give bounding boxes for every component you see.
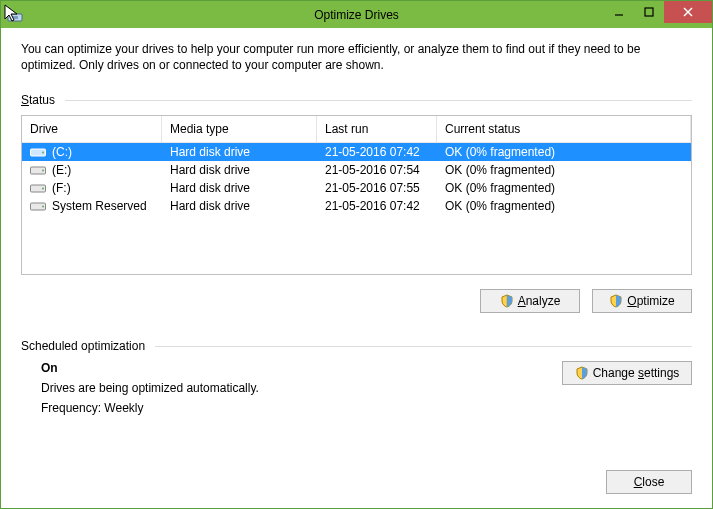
col-header-last[interactable]: Last run: [317, 116, 437, 142]
drive-name: (F:): [52, 181, 71, 195]
svg-point-7: [42, 152, 44, 154]
close-dialog-button[interactable]: Close: [606, 470, 692, 494]
schedule-state: On: [41, 361, 259, 375]
divider: [155, 346, 692, 347]
optimize-button[interactable]: Optimize: [592, 289, 692, 313]
app-icon: [7, 7, 23, 23]
col-header-status[interactable]: Current status: [437, 116, 691, 142]
drive-lastrun: 21-05-2016 07:55: [317, 179, 437, 197]
svg-point-11: [42, 188, 44, 190]
col-header-drive[interactable]: Drive: [22, 116, 162, 142]
drive-name: (C:): [52, 145, 72, 159]
svg-point-13: [42, 206, 44, 208]
intro-text: You can optimize your drives to help you…: [21, 42, 692, 73]
drive-icon: [30, 182, 46, 194]
drive-row[interactable]: (F:)Hard disk drive21-05-2016 07:55OK (0…: [22, 179, 691, 197]
drive-status: OK (0% fragmented): [437, 197, 691, 215]
drive-media: Hard disk drive: [162, 143, 317, 161]
drive-list[interactable]: Drive Media type Last run Current status…: [21, 115, 692, 275]
window-title: Optimize Drives: [314, 8, 399, 22]
scheduled-label: Scheduled optimization: [21, 339, 692, 353]
minimize-button[interactable]: [604, 1, 634, 23]
drive-row[interactable]: (E:)Hard disk drive21-05-2016 07:54OK (0…: [22, 161, 691, 179]
shield-icon: [500, 294, 514, 308]
schedule-desc: Drives are being optimized automatically…: [41, 381, 259, 395]
drive-row[interactable]: (C:)Hard disk drive21-05-2016 07:42OK (0…: [22, 143, 691, 161]
content-area: You can optimize your drives to help you…: [1, 28, 712, 508]
drive-row[interactable]: System ReservedHard disk drive21-05-2016…: [22, 197, 691, 215]
shield-icon: [575, 366, 589, 380]
action-buttons: Analyze Optimize: [21, 289, 692, 313]
status-section-label: Status: [21, 93, 692, 107]
divider: [65, 100, 692, 101]
drive-status: OK (0% fragmented): [437, 161, 691, 179]
col-header-media[interactable]: Media type: [162, 116, 317, 142]
scheduled-section: Scheduled optimization On Drives are bei…: [21, 339, 692, 421]
svg-point-9: [42, 170, 44, 172]
maximize-button[interactable]: [634, 1, 664, 23]
drive-lastrun: 21-05-2016 07:42: [317, 143, 437, 161]
footer: Close: [21, 450, 692, 494]
svg-rect-1: [12, 16, 18, 19]
drive-icon: [30, 200, 46, 212]
drive-rows: (C:)Hard disk drive21-05-2016 07:42OK (0…: [22, 143, 691, 215]
drive-icon: [30, 164, 46, 176]
svg-rect-3: [645, 8, 653, 16]
drive-status: OK (0% fragmented): [437, 143, 691, 161]
drive-media: Hard disk drive: [162, 179, 317, 197]
change-settings-button[interactable]: Change settings: [562, 361, 692, 385]
drive-status: OK (0% fragmented): [437, 179, 691, 197]
drive-lastrun: 21-05-2016 07:42: [317, 197, 437, 215]
optimize-drives-window: Optimize Drives You can optimize your dr…: [0, 0, 713, 509]
drive-name: System Reserved: [52, 199, 147, 213]
drive-media: Hard disk drive: [162, 161, 317, 179]
close-button[interactable]: [664, 1, 712, 23]
analyze-button[interactable]: Analyze: [480, 289, 580, 313]
window-controls: [604, 1, 712, 23]
drive-icon: [30, 146, 46, 158]
titlebar[interactable]: Optimize Drives: [1, 1, 712, 28]
drive-list-header[interactable]: Drive Media type Last run Current status: [22, 116, 691, 143]
drive-name: (E:): [52, 163, 71, 177]
drive-lastrun: 21-05-2016 07:54: [317, 161, 437, 179]
scheduled-info: On Drives are being optimized automatica…: [41, 361, 259, 421]
schedule-frequency: Frequency: Weekly: [41, 401, 259, 415]
shield-icon: [609, 294, 623, 308]
drive-media: Hard disk drive: [162, 197, 317, 215]
